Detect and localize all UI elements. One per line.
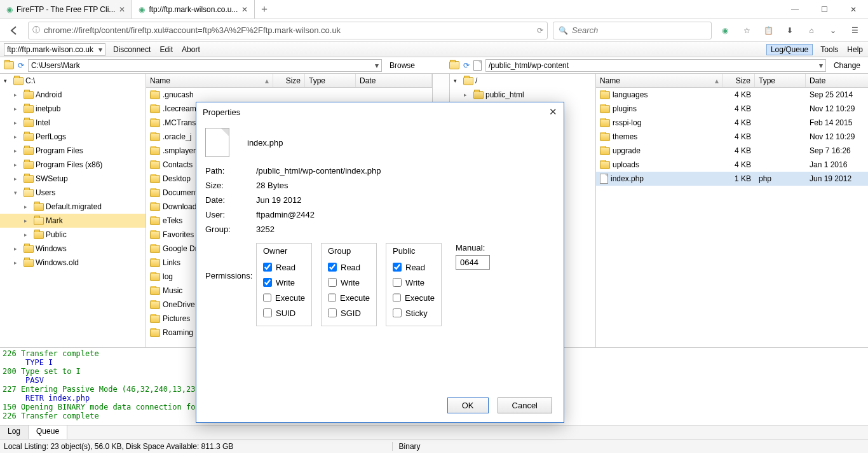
user-label: User: <box>205 210 256 219</box>
folder-icon <box>150 329 160 337</box>
path-label: Path: <box>205 166 256 176</box>
col-date[interactable]: Date <box>806 74 868 87</box>
cancel-button[interactable]: Cancel <box>498 397 552 413</box>
maximize-button[interactable]: ☐ <box>810 0 839 18</box>
tree-item[interactable]: ▸Android <box>0 88 146 102</box>
refresh-icon[interactable]: ⟳ <box>18 61 24 70</box>
edit-button[interactable]: Edit <box>158 45 174 54</box>
list-row[interactable]: rsspi-log4 KBFeb 14 2015 <box>596 116 868 130</box>
close-icon[interactable]: ✕ <box>241 5 248 14</box>
minimize-button[interactable]: — <box>780 0 810 18</box>
disconnect-button[interactable]: Disconnect <box>112 45 152 54</box>
group-write[interactable]: Write <box>328 275 370 290</box>
tree-root[interactable]: ▾C:\ <box>0 74 146 88</box>
public-write[interactable]: Write <box>393 275 435 290</box>
tree-item[interactable]: ▸Public <box>0 228 146 242</box>
url-bar[interactable]: ⓘ ⟳ <box>28 22 548 39</box>
tree-item[interactable]: ▸PerfLogs <box>0 130 146 144</box>
group-value: 3252 <box>256 225 275 234</box>
clipboard-icon[interactable]: 📋 <box>760 22 776 39</box>
log-queue-toggle[interactable]: Log/Queue <box>766 44 813 55</box>
refresh-icon[interactable]: ⟳ <box>463 61 470 70</box>
close-button[interactable]: ✕ <box>839 0 868 18</box>
tree-item[interactable]: ▸Program Files <box>0 144 146 158</box>
col-size[interactable]: Size <box>273 74 305 87</box>
list-row[interactable]: languages4 KBSep 25 2014 <box>596 88 868 102</box>
group-execute[interactable]: Execute <box>328 290 370 305</box>
folder-icon <box>24 91 34 99</box>
close-icon[interactable]: ✕ <box>549 106 557 118</box>
abort-button[interactable]: Abort <box>180 45 201 54</box>
log-tab[interactable]: Log <box>0 425 29 439</box>
menu-icon[interactable]: ☰ <box>846 22 863 39</box>
tree-item[interactable]: ▸Windows <box>0 242 146 256</box>
list-row[interactable]: plugins4 KBNov 12 10:29 <box>596 102 868 116</box>
arrow-left-icon <box>8 25 20 36</box>
downloads-icon[interactable]: ⬇ <box>782 22 798 39</box>
tree-item[interactable]: ▸Intel <box>0 116 146 130</box>
public-sticky[interactable]: Sticky <box>393 305 435 321</box>
pocket-icon[interactable]: ⌄ <box>825 22 841 39</box>
browser-tab-1[interactable]: ◉ ftp://ftp.mark-wilson.co.u... ✕ <box>132 0 255 18</box>
owner-suid[interactable]: SUID <box>263 305 305 321</box>
list-row[interactable]: uploads4 KBJan 1 2016 <box>596 158 868 172</box>
extension-icon[interactable]: ◉ <box>717 22 733 39</box>
account-select[interactable]: ftp://ftp.mark-wilson.co.uk <box>4 43 105 56</box>
remote-path-input[interactable]: /public_html/wp-content <box>485 59 826 72</box>
search-bar[interactable]: 🔍 <box>553 22 712 39</box>
remote-files[interactable]: languages4 KBSep 25 2014plugins4 KBNov 1… <box>596 88 868 347</box>
col-type[interactable]: Type <box>755 74 806 87</box>
help-menu[interactable]: Help <box>846 45 864 54</box>
public-read[interactable]: Read <box>393 259 435 275</box>
remote-filelist: Name▴ Size Type Date languages4 KBSep 25… <box>596 74 868 347</box>
tree-item[interactable]: ▸Default.migrated <box>0 200 146 214</box>
info-icon: ⓘ <box>32 25 40 36</box>
back-button[interactable] <box>5 22 23 39</box>
search-input[interactable] <box>572 25 706 35</box>
owner-write[interactable]: Write <box>263 275 305 290</box>
home-icon[interactable]: ⌂ <box>803 22 820 39</box>
col-name[interactable]: Name▴ <box>146 74 273 87</box>
list-row[interactable]: index.php1 KBphpJun 19 2012 <box>596 172 868 186</box>
close-icon[interactable]: ✕ <box>119 5 125 14</box>
tree-item[interactable]: ▸Windows.old <box>0 256 146 270</box>
permissions-label: Permissions: <box>205 239 256 326</box>
new-tab-button[interactable]: ＋ <box>255 0 274 18</box>
bookmark-star-icon[interactable]: ☆ <box>738 22 755 39</box>
url-input[interactable] <box>44 25 533 35</box>
tree-item[interactable]: ▾Users <box>0 186 146 200</box>
reload-icon[interactable]: ⟳ <box>537 26 543 35</box>
group-sgid[interactable]: SGID <box>328 305 370 321</box>
local-path-input[interactable]: C:\Users\Mark <box>28 59 382 72</box>
col-size[interactable]: Size <box>723 74 755 87</box>
col-type[interactable]: Type <box>305 74 356 87</box>
col-name[interactable]: Name▴ <box>596 74 723 87</box>
tree-item[interactable]: ▸public_html <box>450 88 595 102</box>
col-date[interactable]: Date <box>356 74 432 87</box>
ok-button[interactable]: OK <box>447 397 489 413</box>
owner-execute[interactable]: Execute <box>263 290 305 305</box>
tree-item[interactable]: ▸Program Files (x86) <box>0 158 146 172</box>
tree-item[interactable]: ▸SWSetup <box>0 172 146 186</box>
list-row[interactable]: upgrade4 KBSep 7 16:26 <box>596 144 868 158</box>
tree-item[interactable]: ▸Mark <box>0 214 146 228</box>
public-execute[interactable]: Execute <box>393 290 435 305</box>
local-tree[interactable]: ▾C:\▸Android▸inetpub▸Intel▸PerfLogs▸Prog… <box>0 74 146 347</box>
browse-button[interactable]: Browse <box>386 59 419 72</box>
change-button[interactable]: Change <box>830 59 864 72</box>
tree-item[interactable]: ▸inetpub <box>0 102 146 116</box>
list-row[interactable]: themes4 KBNov 12 10:29 <box>596 130 868 144</box>
folder-icon <box>150 217 160 225</box>
list-row[interactable]: .gnucash <box>146 88 432 102</box>
tree-root[interactable]: ▾/ <box>450 74 595 88</box>
queue-tab[interactable]: Queue <box>29 425 67 439</box>
group-read[interactable]: Read <box>328 259 370 275</box>
browser-tab-0[interactable]: ◉ FireFTP - The Free FTP Cli... ✕ <box>0 0 132 18</box>
folder-icon <box>24 245 34 253</box>
folder-icon <box>24 133 34 141</box>
date-value: Jun 19 2012 <box>256 195 302 205</box>
manual-input[interactable] <box>456 255 490 270</box>
tools-menu[interactable]: Tools <box>819 45 839 54</box>
folder-icon <box>150 91 160 99</box>
owner-read[interactable]: Read <box>263 259 305 275</box>
